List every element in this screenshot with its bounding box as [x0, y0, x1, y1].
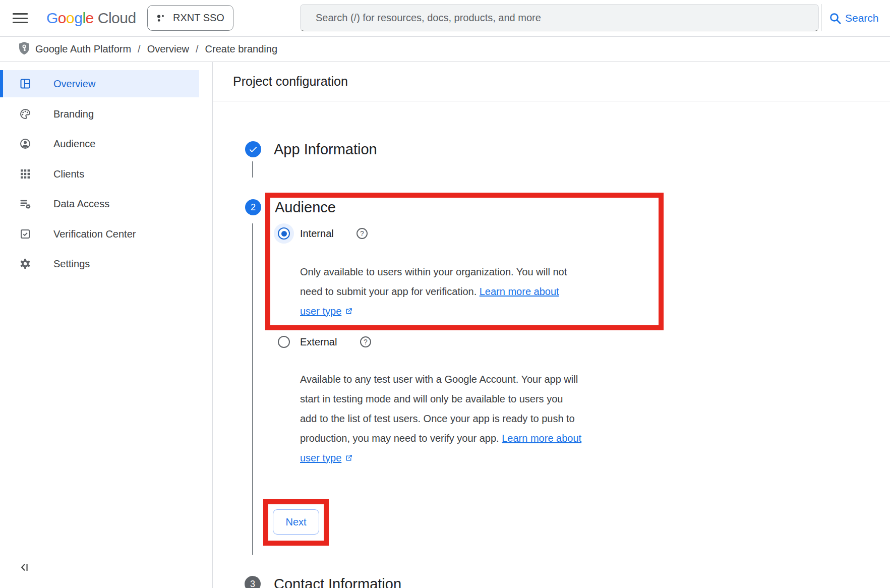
logo-letter: e [86, 10, 94, 27]
checkbox-check-icon [19, 228, 31, 240]
external-radio[interactable] [278, 336, 290, 348]
next-button[interactable]: Next [273, 509, 319, 535]
step1-title: App Information [274, 141, 377, 157]
project-name: RXNT SSO [173, 12, 224, 24]
sidebar-item-label: Clients [53, 168, 84, 180]
sidebar-item-label: Data Access [53, 198, 109, 210]
logo-letter: o [58, 10, 66, 27]
stepper-connector [252, 161, 253, 178]
search-button-label: Search [845, 12, 879, 24]
learn-more-link[interactable]: user type [300, 306, 341, 317]
sidebar-item-overview[interactable]: Overview [0, 70, 199, 97]
sidebar-item-data-access[interactable]: Data Access [0, 190, 199, 217]
step3-number-badge: 3 [245, 576, 261, 588]
logo-letter: G [46, 10, 58, 27]
external-link-icon [344, 454, 353, 462]
internal-radio-label: Internal [300, 223, 334, 244]
palette-icon [19, 108, 31, 120]
google-cloud-console: Google Cloud RXNT SSO Search Goo [0, 0, 890, 588]
google-cloud-logo[interactable]: Google Cloud [46, 0, 136, 36]
logo-cloud-text: Cloud [98, 10, 136, 27]
breadcrumb-google-auth-platform[interactable]: Google Auth Platform [35, 43, 131, 55]
page-title: Project configuration [233, 62, 348, 101]
sidebar-item-label: Audience [53, 138, 95, 150]
search-button[interactable]: Search [828, 0, 879, 36]
auth-platform-shield-key-icon [18, 41, 30, 55]
stepper-connector [252, 223, 253, 555]
overview-dashboard-icon [19, 78, 31, 90]
account-circle-icon [19, 138, 31, 150]
step2-title: Audience [275, 199, 336, 215]
internal-help-icon[interactable]: ? [357, 228, 368, 239]
sidebar-item-settings[interactable]: Settings [0, 250, 199, 277]
step3-title: Contact Information [274, 576, 401, 588]
external-link-icon [344, 307, 353, 316]
breadcrumb: Google Auth Platform / Overview / Create… [35, 37, 277, 61]
learn-more-link[interactable]: Learn more about [502, 433, 581, 444]
sidebar-item-label: Settings [53, 258, 90, 270]
menu-icon[interactable] [13, 13, 28, 23]
external-radio-label: External [300, 332, 337, 352]
sidebar-item-label: Branding [53, 108, 94, 120]
logo-letter: o [66, 10, 74, 27]
learn-more-link[interactable]: user type [300, 452, 341, 463]
sidebar-item-label: Verification Center [53, 228, 136, 240]
project-selector-button[interactable]: RXNT SSO [147, 5, 233, 31]
external-description: Available to any test user with a Google… [300, 370, 581, 468]
sidebar-item-verification-center[interactable]: Verification Center [0, 220, 199, 248]
logo-letter: g [74, 10, 82, 27]
sidebar-item-audience[interactable]: Audience [0, 130, 199, 157]
breadcrumb-separator: / [138, 43, 141, 55]
step2-number-badge: 2 [245, 199, 261, 215]
selected-accent-bar [0, 70, 3, 97]
project-icon [155, 13, 166, 24]
gear-icon [19, 258, 31, 270]
sidebar-item-branding[interactable]: Branding [0, 100, 199, 128]
sidebar-item-label: Overview [53, 78, 95, 90]
apps-grid-icon [19, 168, 31, 180]
internal-radio[interactable] [274, 223, 294, 244]
sidebar-item-clients[interactable]: Clients [0, 160, 199, 188]
search-icon [828, 12, 842, 25]
external-help-icon[interactable]: ? [360, 336, 371, 347]
step1-complete-check-icon [245, 141, 261, 157]
collapse-sidebar-icon[interactable] [18, 561, 31, 574]
topbar-divider [821, 4, 821, 31]
global-search-input[interactable] [300, 4, 819, 31]
list-settings-icon [19, 198, 31, 210]
internal-description: Only available to users within your orga… [300, 262, 567, 321]
breadcrumb-current-create-branding: Create branding [205, 43, 277, 55]
breadcrumb-overview[interactable]: Overview [147, 43, 189, 55]
breadcrumb-separator: / [196, 43, 199, 55]
learn-more-link[interactable]: Learn more about [480, 286, 559, 297]
header-divider [213, 101, 890, 101]
